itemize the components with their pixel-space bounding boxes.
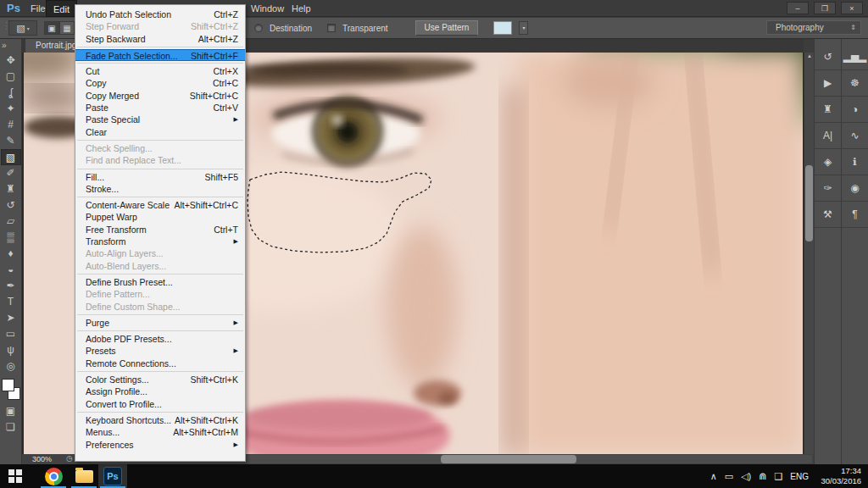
submenu-arrow-icon: ▶ xyxy=(234,317,238,329)
properties-icon[interactable]: ◑ xyxy=(842,97,868,123)
brush-presets-icon[interactable]: ✑ xyxy=(815,175,841,202)
menu-item-clear[interactable]: Clear xyxy=(75,126,245,138)
clone-source-icon[interactable]: ♜ xyxy=(815,97,841,123)
eyedropper-tool[interactable]: ✎ xyxy=(1,133,21,149)
destination-radio[interactable] xyxy=(254,24,263,32)
menu-item-color-settings[interactable]: Color Settings...Shift+Ctrl+K xyxy=(75,374,245,385)
path-selection-tool[interactable]: ➤ xyxy=(1,310,21,326)
menu-item-menus[interactable]: Menus...Alt+Shift+Ctrl+M xyxy=(75,426,245,438)
shape-tool[interactable]: ▭ xyxy=(1,326,21,342)
menu-item-cut[interactable]: CutCtrl+X xyxy=(75,65,245,77)
pattern-swatch[interactable] xyxy=(493,21,512,35)
add-selection-icon[interactable]: ▦ xyxy=(59,21,75,35)
patch-tool[interactable]: ▧ xyxy=(1,149,21,165)
move-tool[interactable]: ✥ xyxy=(1,53,21,69)
clone-stamp-tool[interactable]: ♜ xyxy=(1,181,21,197)
menu-item-label: Define Brush Preset... xyxy=(86,276,238,288)
info-icon[interactable]: ℹ xyxy=(842,149,868,175)
menu-item-adobe-pdf-presets[interactable]: Adobe PDF Presets... xyxy=(75,333,245,345)
menu-item-label: Adobe PDF Presets... xyxy=(86,333,238,345)
histogram-icon[interactable]: ▂▅▂ xyxy=(842,44,868,70)
taskbar-photoshop-button[interactable]: Ps xyxy=(98,464,127,488)
menu-item-stroke[interactable]: Stroke... xyxy=(75,183,245,195)
menu-item-step-backward[interactable]: Step BackwardAlt+Ctrl+Z xyxy=(75,33,245,45)
type-tool[interactable]: T xyxy=(1,294,21,310)
menu-item-assign-profile[interactable]: Assign Profile... xyxy=(75,385,245,397)
vertical-scrollbar-thumb[interactable] xyxy=(805,165,813,241)
menu-item-convert-to-profile[interactable]: Convert to Profile... xyxy=(75,398,245,410)
start-button[interactable] xyxy=(8,469,23,484)
menu-item-presets[interactable]: Presets▶ xyxy=(75,345,245,357)
paragraph-icon[interactable]: ¶ xyxy=(842,202,868,228)
menu-item-puppet-warp[interactable]: Puppet Warp xyxy=(75,211,245,223)
quick-selection-tool[interactable]: ✦ xyxy=(1,101,21,117)
collapse-tools-chevron-icon[interactable]: » xyxy=(2,41,7,50)
menu-edit[interactable]: Edit xyxy=(46,0,77,17)
taskbar-chrome-button[interactable] xyxy=(39,464,68,488)
panel-dock-column-1: ↺▶♜A|◈✑⚒ xyxy=(814,39,841,464)
close-button[interactable]: × xyxy=(841,2,863,14)
transparent-checkbox[interactable] xyxy=(327,24,336,32)
color-icon[interactable]: ◉ xyxy=(842,175,868,202)
workspace-switcher[interactable]: Photography ⇕ xyxy=(766,20,861,35)
menu-item-copy-merged[interactable]: Copy MergedShift+Ctrl+C xyxy=(75,90,245,102)
vertical-scrollbar[interactable]: ▲ xyxy=(804,53,814,454)
history-brush-tool[interactable]: ↺ xyxy=(1,197,21,214)
menu-item-fill[interactable]: Fill...Shift+F5 xyxy=(75,171,245,183)
menu-item-transform[interactable]: Transform▶ xyxy=(75,236,245,247)
pen-tool[interactable]: ✒ xyxy=(1,278,21,294)
adjustments-icon[interactable]: ☸ xyxy=(842,70,868,97)
menu-item-fade-patch-selection[interactable]: Fade Patch Selection...Shift+Ctrl+F xyxy=(75,49,245,61)
language-indicator[interactable]: ENG xyxy=(790,472,809,481)
hidden-icons-icon[interactable]: ∧ xyxy=(710,471,717,482)
restore-button[interactable]: ❐ xyxy=(814,2,836,14)
hand-tool[interactable]: ψ xyxy=(1,342,21,358)
menu-window[interactable]: Window xyxy=(244,0,291,17)
character-icon[interactable]: A| xyxy=(815,123,841,149)
layers-icon[interactable]: ◈ xyxy=(815,149,841,175)
tool-preset-button[interactable]: ▧ ▾ xyxy=(8,20,37,36)
new-selection-icon[interactable]: ▣ xyxy=(44,21,59,35)
menu-item-keyboard-shortcuts[interactable]: Keyboard Shortcuts...Alt+Shift+Ctrl+K xyxy=(75,414,245,426)
lasso-tool[interactable]: ʆ xyxy=(1,85,21,101)
pattern-dropdown-icon[interactable]: ▾ xyxy=(519,21,528,35)
clock-time: 17:34 xyxy=(821,466,861,476)
menu-item-purge[interactable]: Purge▶ xyxy=(75,317,245,329)
crop-tool[interactable]: # xyxy=(1,117,21,133)
network-icon[interactable]: ⋒ xyxy=(759,471,766,482)
zoom-tool[interactable]: ◎ xyxy=(1,358,21,374)
history-icon[interactable]: ↺ xyxy=(815,44,841,70)
menu-item-undo-patch-selection[interactable]: Undo Patch SelectionCtrl+Z xyxy=(75,8,245,20)
paths-icon[interactable]: ∿ xyxy=(842,123,868,149)
taskbar-clock[interactable]: 17:34 30/03/2016 xyxy=(821,466,861,486)
menu-item-copy[interactable]: CopyCtrl+C xyxy=(75,77,245,89)
notification-icon[interactable]: ❑ xyxy=(774,471,782,482)
quick-mask-icon[interactable]: ▣ xyxy=(1,403,21,419)
gradient-tool[interactable]: ▒ xyxy=(1,230,21,246)
menu-help[interactable]: Help xyxy=(285,0,318,17)
taskbar-explorer-button[interactable] xyxy=(70,464,98,488)
menu-item-define-brush-preset[interactable]: Define Brush Preset... xyxy=(75,276,245,288)
blur-tool[interactable]: ♦ xyxy=(1,246,21,262)
minimize-button[interactable]: – xyxy=(787,2,809,14)
battery-icon[interactable]: ▭ xyxy=(725,471,733,482)
menu-item-label: Free Transform xyxy=(86,224,214,236)
screen-mode-icon[interactable]: ❏ xyxy=(1,419,21,435)
menu-item-paste-special[interactable]: Paste Special▶ xyxy=(75,114,245,125)
tool-presets-icon[interactable]: ⚒ xyxy=(815,202,841,228)
dodge-tool[interactable]: ◒ xyxy=(1,262,21,278)
use-pattern-button[interactable]: Use Pattern xyxy=(415,20,479,36)
menu-item-remote-connections[interactable]: Remote Connections... xyxy=(75,358,245,369)
marquee-tool[interactable]: ▢ xyxy=(1,69,21,85)
zoom-level[interactable]: 300% xyxy=(32,455,52,463)
horizontal-scrollbar-thumb[interactable] xyxy=(441,455,576,463)
actions-icon[interactable]: ▶ xyxy=(815,70,841,97)
menu-item-content-aware-scale[interactable]: Content-Aware ScaleAlt+Shift+Ctrl+C xyxy=(75,199,245,211)
foreground-color-swatch[interactable] xyxy=(2,379,14,391)
menu-item-preferences[interactable]: Preferences▶ xyxy=(75,439,245,451)
menu-item-paste[interactable]: PasteCtrl+V xyxy=(75,102,245,114)
volume-icon[interactable]: ◁) xyxy=(741,471,751,482)
menu-item-free-transform[interactable]: Free TransformCtrl+T xyxy=(75,224,245,236)
eraser-tool[interactable]: ▱ xyxy=(1,214,21,230)
brush-tool[interactable]: ✐ xyxy=(1,165,21,181)
